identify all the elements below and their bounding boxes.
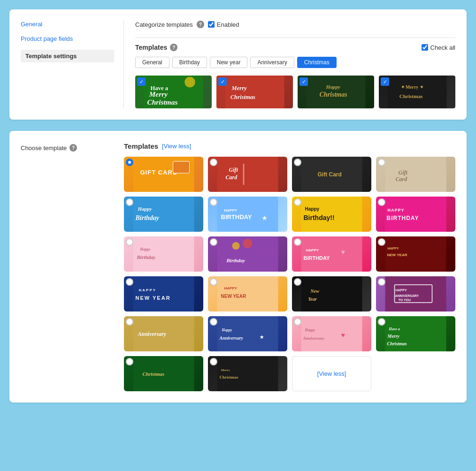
template-radio-5 xyxy=(126,198,133,206)
template-large-7[interactable]: Happy Birthday!! xyxy=(292,197,371,232)
template-item-1[interactable]: ✓ Have a Merry Christmas xyxy=(135,76,212,108)
svg-text:Gift: Gift xyxy=(399,169,408,176)
template-img-16: HAPPY ANNIVERSARY TO YOU xyxy=(376,276,455,311)
template-large-11[interactable]: HAPPY BIRTHDAY ♥ xyxy=(292,236,371,272)
template-img-8: HAPPY BIRTHDAY xyxy=(376,197,455,232)
templates-header-row: Templates ? Check all xyxy=(135,44,455,51)
template-radio-2 xyxy=(210,159,217,166)
template-check-4: ✓ xyxy=(381,77,389,86)
svg-text:Birthday!!: Birthday!! xyxy=(304,214,335,221)
svg-point-44 xyxy=(243,239,253,248)
choose-help-icon[interactable]: ? xyxy=(69,144,77,152)
template-thumb-4: ✦ Merry ✦ Christmas xyxy=(379,76,455,108)
template-large-15[interactable]: New Year xyxy=(292,276,371,311)
template-check-1: ✓ xyxy=(137,77,146,86)
svg-text:Merry: Merry xyxy=(387,334,400,339)
enabled-checkbox-label[interactable]: Enabled xyxy=(208,21,239,28)
svg-text:HAPPY: HAPPY xyxy=(396,289,407,292)
template-large-20[interactable]: Have a Merry Christmas xyxy=(376,316,455,351)
template-item-2[interactable]: ✓ Merry Christmas xyxy=(216,76,293,108)
filter-anniversary[interactable]: Anniversary xyxy=(250,57,294,68)
template-large-8[interactable]: HAPPY BIRTHDAY xyxy=(376,197,455,232)
categorize-label: Categorize templates xyxy=(135,21,193,28)
template-img-10: Birthday xyxy=(208,236,287,272)
view-less-top-link[interactable]: [View less] xyxy=(162,143,191,150)
settings-sidebar: General Product page fields Template set… xyxy=(21,21,124,108)
template-img-19: Happy Anniversary ♥ xyxy=(292,316,371,351)
template-img-6: HAPPY BIRTHDAY ★ xyxy=(208,197,287,232)
template-large-5[interactable]: Happy Birthday xyxy=(124,197,203,232)
check-all-label[interactable]: Check all xyxy=(422,44,455,51)
template-check-3: ✓ xyxy=(299,77,308,86)
template-radio-21 xyxy=(126,358,133,365)
svg-text:NEW YEAR: NEW YEAR xyxy=(221,294,246,299)
choose-main: Templates [View less] GIFT CARD xyxy=(124,142,455,391)
svg-text:Happy: Happy xyxy=(305,206,320,212)
template-radio-1 xyxy=(126,159,133,166)
template-img-14: HAPPY NEW YEAR xyxy=(208,276,287,311)
svg-text:Christmas: Christmas xyxy=(399,93,423,99)
svg-rect-16 xyxy=(173,161,190,173)
template-img-12: HAPPY NEW YEAR xyxy=(376,236,455,272)
svg-text:Merry: Merry xyxy=(149,90,168,98)
svg-text:Year: Year xyxy=(308,296,317,302)
template-large-17[interactable]: Anniversary xyxy=(124,316,203,351)
template-radio-16 xyxy=(378,278,385,286)
template-large-18[interactable]: Happy Anniversary ★ xyxy=(208,316,287,351)
svg-text:NEW YEAR: NEW YEAR xyxy=(136,295,171,301)
template-radio-14 xyxy=(210,278,217,286)
svg-text:Have a: Have a xyxy=(389,327,400,331)
template-img-7: Happy Birthday!! xyxy=(292,197,371,232)
enabled-checkbox[interactable] xyxy=(208,21,215,28)
template-item-4[interactable]: ✓ ✦ Merry ✦ Christmas xyxy=(379,76,455,108)
template-large-16[interactable]: HAPPY ANNIVERSARY TO YOU xyxy=(376,276,455,311)
svg-rect-83 xyxy=(217,356,278,391)
svg-text:HAPPY: HAPPY xyxy=(224,208,238,213)
template-large-2[interactable]: Gift Card xyxy=(208,157,287,192)
template-large-9[interactable]: Happy Birthday xyxy=(124,236,203,272)
check-all-checkbox[interactable] xyxy=(422,44,428,51)
filter-birthday[interactable]: Birthday xyxy=(172,57,207,68)
svg-rect-20 xyxy=(243,164,245,185)
template-img-17: Anniversary xyxy=(124,316,203,351)
categorize-row: Categorize templates ? Enabled xyxy=(135,21,455,28)
template-large-10[interactable]: Birthday xyxy=(208,236,287,272)
template-item-3[interactable]: ✓ Happy Christmas xyxy=(298,76,374,108)
template-large-21[interactable]: Christmas xyxy=(124,356,203,391)
template-large-6[interactable]: HAPPY BIRTHDAY ★ xyxy=(208,197,287,232)
svg-text:Happy: Happy xyxy=(222,328,232,332)
template-large-12[interactable]: HAPPY NEW YEAR xyxy=(376,236,455,272)
view-less-bottom-link[interactable]: [View less] xyxy=(317,370,346,377)
svg-rect-36 xyxy=(385,197,446,232)
template-large-19[interactable]: Happy Anniversary ♥ xyxy=(292,316,371,351)
template-large-3[interactable]: Gift Card xyxy=(292,157,371,192)
view-less-box[interactable]: [View less] xyxy=(292,356,371,391)
template-img-9: Happy Birthday xyxy=(124,236,203,272)
templates-header2: Templates [View less] xyxy=(124,142,455,150)
sidebar-item-general[interactable]: General xyxy=(21,21,114,28)
template-large-1[interactable]: GIFT CARD xyxy=(124,157,203,192)
template-radio-18 xyxy=(210,318,217,326)
svg-rect-5 xyxy=(225,76,284,108)
svg-text:✦ Merry ✦: ✦ Merry ✦ xyxy=(401,84,424,90)
svg-text:Birthday: Birthday xyxy=(135,214,160,221)
template-large-22[interactable]: Merry Christmas xyxy=(208,356,287,391)
filter-general[interactable]: General xyxy=(135,57,169,68)
templates-help-icon[interactable]: ? xyxy=(170,44,177,51)
sidebar-item-product-page-fields[interactable]: Product page fields xyxy=(21,35,114,42)
categorize-help-icon[interactable]: ? xyxy=(197,21,204,28)
sidebar-item-template-settings[interactable]: Template settings xyxy=(21,50,114,62)
template-radio-7 xyxy=(294,198,301,206)
templates-title2: Templates xyxy=(124,142,158,150)
filter-new-year[interactable]: New year xyxy=(210,57,248,68)
filter-christmas[interactable]: Christmas xyxy=(297,57,337,68)
svg-text:Card: Card xyxy=(396,176,408,182)
template-large-4[interactable]: Gift Card xyxy=(376,157,455,192)
category-filters: General Birthday New year Anniversary Ch… xyxy=(135,57,455,68)
svg-text:Christmas: Christmas xyxy=(320,91,348,98)
svg-point-1 xyxy=(184,77,195,87)
template-img-20: Have a Merry Christmas xyxy=(376,316,455,351)
template-radio-13 xyxy=(126,278,133,286)
template-large-14[interactable]: HAPPY NEW YEAR xyxy=(208,276,287,311)
template-large-13[interactable]: HAPPY NEW YEAR xyxy=(124,276,203,311)
